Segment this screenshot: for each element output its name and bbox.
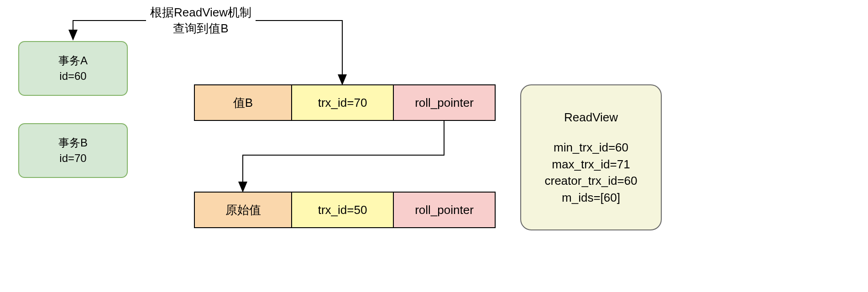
row-bottom-trx-id: trx_id=50: [291, 192, 394, 228]
transaction-a-id: id=60: [59, 68, 86, 84]
transaction-b-box: 事务B id=70: [18, 123, 128, 178]
annotation-line1: 根据ReadView机制: [150, 5, 251, 19]
transaction-a-title: 事务A: [58, 53, 88, 68]
row-top-roll-pointer-text: roll_pointer: [415, 94, 474, 111]
readview-creator-trx-id: creator_trx_id=60: [544, 172, 637, 189]
transaction-b-id: id=70: [59, 151, 86, 166]
row-bottom-roll-pointer: roll_pointer: [393, 192, 496, 228]
row-top-trx-id-text: trx_id=70: [318, 94, 367, 111]
row-top-trx-id: trx_id=70: [291, 84, 394, 121]
arrow-rollptr-to-bottom: [243, 121, 444, 191]
readview-title: ReadView: [564, 109, 618, 125]
diagram-arrows: [0, 0, 868, 292]
readview-m-ids: m_ids=[60]: [562, 189, 620, 206]
transaction-a-box: 事务A id=60: [18, 41, 128, 96]
row-bottom-trx-id-text: trx_id=50: [318, 202, 367, 218]
row-top-roll-pointer: roll_pointer: [393, 84, 496, 121]
readview-max-trx-id: max_trx_id=71: [552, 156, 630, 172]
row-bottom-value: 原始值: [194, 192, 292, 228]
readview-box: ReadView min_trx_id=60 max_trx_id=71 cre…: [520, 84, 662, 230]
annotation-line2: 查询到值B: [173, 21, 228, 35]
arrow-annotation-to-row-top: [256, 21, 342, 83]
row-top-value: 值B: [194, 84, 292, 121]
row-top-value-text: 值B: [233, 94, 253, 111]
annotation-text: 根据ReadView机制 查询到值B: [146, 5, 256, 36]
row-bottom-roll-pointer-text: roll_pointer: [415, 202, 474, 218]
row-bottom-value-text: 原始值: [225, 202, 261, 218]
transaction-b-title: 事务B: [58, 135, 88, 151]
readview-min-trx-id: min_trx_id=60: [554, 139, 628, 156]
arrow-annotation-to-tx-a: [73, 21, 146, 39]
